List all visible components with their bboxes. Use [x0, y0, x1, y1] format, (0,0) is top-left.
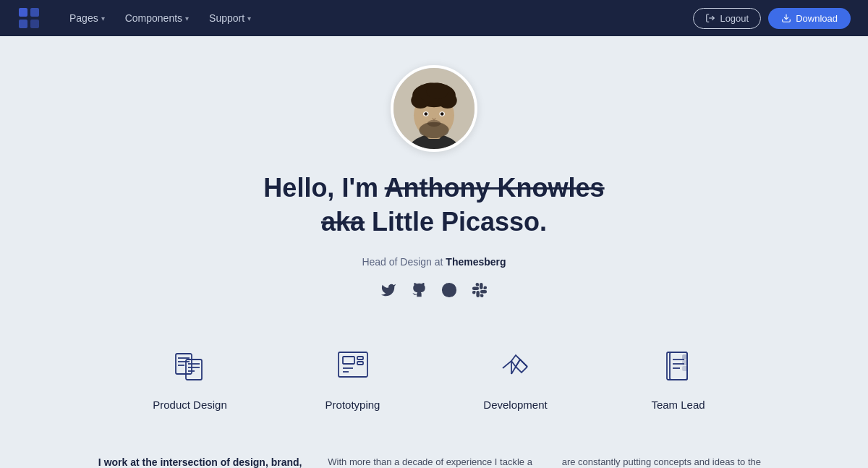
logout-button[interactable]: Logout — [693, 8, 761, 29]
navbar: Pages ▾ Components ▾ Support ▾ Logout — [0, 0, 868, 36]
svg-rect-44 — [683, 355, 687, 359]
avatar — [391, 65, 477, 152]
dribbble-icon[interactable] — [441, 282, 457, 302]
skill-prototyping: Prototyping — [271, 338, 434, 418]
nav-item-support[interactable]: Support ▾ — [200, 8, 260, 28]
skill-label-team-lead: Team Lead — [651, 399, 705, 411]
description-section: I work at the intersection of design, br… — [94, 454, 774, 468]
skill-label-development: Development — [483, 399, 547, 411]
svg-rect-31 — [343, 357, 354, 364]
logout-icon — [705, 13, 715, 23]
svg-rect-46 — [683, 367, 687, 370]
development-icon — [494, 345, 537, 388]
svg-rect-0 — [19, 8, 27, 17]
main-content: Hello, I'm Anthony Knowles aka Little Pi… — [0, 36, 868, 468]
github-icon[interactable] — [411, 282, 427, 302]
skill-label-prototyping: Prototyping — [326, 399, 380, 411]
svg-rect-32 — [357, 357, 363, 359]
prototyping-icon — [331, 345, 375, 388]
download-icon — [781, 13, 791, 23]
skill-product-design: Product Design — [109, 338, 271, 418]
slack-icon[interactable] — [472, 282, 488, 302]
skill-development: Development — [434, 338, 597, 418]
chevron-down-icon: ▾ — [101, 14, 105, 22]
subtitle: Head of Design at Themesberg — [362, 256, 506, 268]
nav-menu: Pages ▾ Components ▾ Support ▾ — [61, 8, 693, 28]
svg-rect-2 — [19, 20, 27, 28]
description-right: are constantly putting concepts and idea… — [562, 454, 774, 468]
hero-line2: aka Little Picasso. — [263, 206, 604, 237]
description-left: I work at the intersection of design, br… — [94, 454, 306, 468]
svg-rect-45 — [683, 361, 687, 365]
social-icons — [380, 282, 488, 302]
product-design-icon — [169, 345, 212, 388]
svg-rect-1 — [30, 8, 39, 17]
twitter-icon[interactable] — [380, 282, 396, 302]
download-button[interactable]: Download — [768, 8, 851, 29]
skills-section: Product Design Prototyping — [109, 338, 760, 418]
svg-point-19 — [441, 112, 444, 116]
svg-rect-26 — [186, 359, 202, 380]
svg-point-18 — [424, 112, 427, 116]
chevron-down-icon: ▾ — [247, 14, 251, 22]
svg-point-14 — [427, 83, 448, 99]
chevron-down-icon: ▾ — [185, 14, 189, 22]
description-middle: With more than a decade of experience I … — [328, 454, 540, 468]
skill-team-lead: Team Lead — [597, 338, 760, 418]
svg-rect-3 — [30, 20, 39, 28]
svg-line-37 — [511, 367, 516, 374]
hero-section: Hello, I'm Anthony Knowles aka Little Pi… — [263, 172, 604, 237]
navbar-actions: Logout Download — [693, 8, 851, 29]
skill-label-product-design: Product Design — [153, 399, 227, 411]
hero-line1: Hello, I'm Anthony Knowles — [263, 172, 604, 203]
logo[interactable] — [17, 7, 41, 30]
nav-item-pages[interactable]: Pages ▾ — [61, 8, 114, 28]
svg-line-36 — [520, 359, 527, 367]
nav-item-components[interactable]: Components ▾ — [116, 8, 197, 28]
svg-rect-33 — [357, 362, 363, 365]
svg-point-20 — [427, 120, 441, 127]
team-lead-icon — [657, 345, 700, 388]
